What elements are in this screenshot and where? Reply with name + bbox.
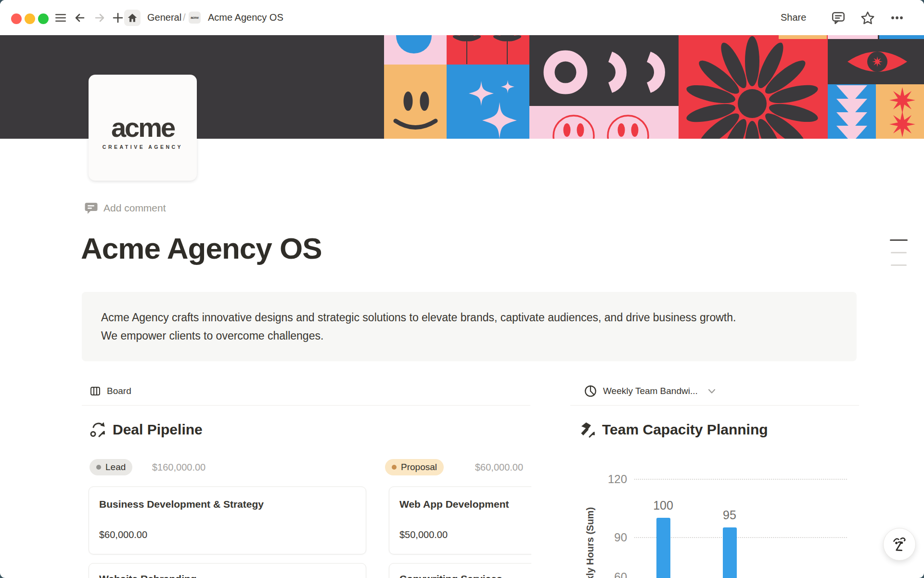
column-pill-proposal[interactable]: Proposal: [385, 459, 444, 475]
cover-sliver-pink: [828, 35, 878, 39]
logo-wordmark: acme: [89, 114, 197, 141]
card-amount: $60,000.00: [99, 529, 147, 540]
cover-tile-eye: [828, 39, 924, 84]
y-tick-60: 60: [604, 570, 627, 578]
chart-bar: [656, 518, 670, 578]
card-title: Business Development & Strategy: [99, 499, 264, 510]
cover-tile-triangles: [828, 84, 876, 139]
tab-board-label: Board: [107, 386, 131, 396]
page-icon-chip[interactable]: acme: [189, 12, 201, 24]
status-dot: [392, 465, 397, 470]
close-window-button[interactable]: [11, 13, 22, 24]
cover-tile-smiley: [384, 65, 447, 139]
cover-sliver-blue: [879, 35, 924, 39]
chevron-down-icon[interactable]: [706, 386, 717, 396]
chart-y-axis-label: Weekly Hours (Sum): [585, 496, 597, 578]
status-dot: [96, 465, 101, 470]
column-sum: $160,000.00: [152, 459, 205, 475]
cover-tile-sparkles: [447, 65, 529, 139]
cover-tile-plants: [447, 35, 529, 65]
sidebar-menu-icon[interactable]: [55, 12, 66, 24]
home-button[interactable]: [124, 10, 141, 26]
tab-weekly-team-bandwidth[interactable]: Weekly Team Bandwi...: [584, 383, 717, 399]
home-icon: [127, 13, 138, 23]
bar-value-label: 100: [649, 499, 678, 512]
cover-tile-starbursts: [876, 84, 924, 139]
page-title[interactable]: Acme Agency OS: [81, 231, 322, 265]
deal-pipeline-board: Lead $160,000.00 Business Development & …: [82, 453, 531, 578]
comments-icon[interactable]: [831, 11, 846, 25]
hammer-linked-icon: [579, 421, 596, 438]
gridline-120: [634, 479, 847, 480]
deal-pipeline-label: Deal Pipeline: [113, 421, 203, 438]
breadcrumb-separator: /: [183, 0, 186, 35]
add-comment-button[interactable]: Add comment: [85, 201, 166, 214]
column-sum: $60,000.00: [475, 459, 523, 475]
board-view-icon: [90, 385, 101, 397]
card-title: Copywriting Services: [399, 573, 502, 578]
card-title: Website Rebranding: [99, 573, 197, 578]
more-options-icon[interactable]: [890, 12, 904, 24]
cover-tile-flower: [679, 35, 828, 139]
favorite-star-icon[interactable]: [860, 11, 875, 25]
description-text[interactable]: Acme Agency crafts innovative designs an…: [101, 308, 736, 345]
new-tab-icon[interactable]: [112, 12, 124, 24]
board-card[interactable]: Web App Development $50,000.00: [389, 486, 531, 554]
toolbar: General / acme Acme Agency OS Share: [0, 0, 924, 35]
add-comment-label: Add comment: [103, 202, 166, 214]
card-amount: $50,000.00: [399, 529, 448, 540]
toc-indicator-line[interactable]: [890, 239, 908, 241]
column-pill-lead[interactable]: Lead: [90, 459, 132, 475]
add-comment-icon: [85, 201, 98, 214]
team-capacity-heading: Team Capacity Planning: [579, 419, 768, 440]
tab-weekly-label: Weekly Team Bandwi...: [603, 386, 698, 396]
board-card[interactable]: Copywriting Services: [389, 563, 531, 578]
app-window: General / acme Acme Agency OS Share: [0, 0, 924, 578]
board-section-divider: [82, 405, 530, 406]
column-status-label: Lead: [105, 462, 126, 473]
zoom-window-button[interactable]: [38, 13, 49, 24]
chart-bar: [723, 527, 737, 578]
y-tick-120: 120: [604, 473, 627, 486]
forward-icon[interactable]: [93, 12, 106, 24]
page-icon-text: acme: [191, 16, 199, 19]
minimize-window-button[interactable]: [25, 13, 35, 24]
cover-tile-rings: [529, 35, 679, 106]
description-callout: Acme Agency crafts innovative designs an…: [82, 292, 857, 361]
cover-tile-smiley-outlines: [529, 106, 679, 139]
y-tick-90: 90: [604, 531, 627, 544]
page-logo-card[interactable]: acme CREATIVE AGENCY: [89, 75, 197, 181]
board-card[interactable]: Business Development & Strategy $60,000.…: [89, 486, 366, 554]
tab-board[interactable]: Board: [90, 383, 131, 399]
card-title: Web App Development: [399, 499, 509, 510]
logo-tagline: CREATIVE AGENCY: [89, 144, 197, 150]
cover-sliver-orange: [779, 35, 827, 39]
breadcrumb-page[interactable]: Acme Agency OS: [208, 0, 283, 35]
column-status-label: Proposal: [401, 462, 437, 473]
team-capacity-label: Team Capacity Planning: [602, 421, 768, 438]
bar-value-label: 95: [715, 508, 744, 522]
toc-indicator-line[interactable]: [891, 252, 907, 253]
toc-indicator-line[interactable]: [891, 264, 907, 266]
share-button[interactable]: Share: [781, 0, 806, 35]
breadcrumb-root[interactable]: General: [147, 0, 181, 35]
notion-ai-button[interactable]: [883, 528, 916, 561]
pie-chart-icon: [584, 384, 597, 398]
cover-tile-circle: [384, 35, 447, 65]
linked-database-icon: [90, 421, 107, 438]
board-card[interactable]: Website Rebranding: [89, 563, 366, 578]
ai-face-icon: [891, 535, 908, 554]
deal-pipeline-heading: Deal Pipeline: [90, 419, 203, 440]
chart-section-divider: [570, 405, 859, 406]
back-icon[interactable]: [74, 12, 86, 24]
